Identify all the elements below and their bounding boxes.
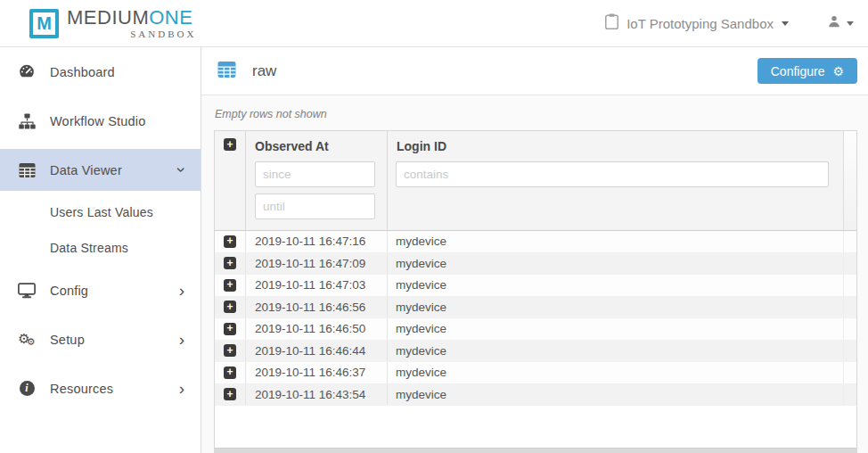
brand-logo: M MEDIUMONE SANDBOX <box>29 8 192 39</box>
content-area: Empty rows not shown + Observed At Login… <box>201 95 868 453</box>
scrollbar-spacer <box>843 318 856 340</box>
observed-at-cell: 2019-10-11 16:47:09 <box>246 253 388 275</box>
dashboard-gauge-icon <box>16 63 37 80</box>
table-row: + 2019-10-11 16:47:09 mydevice <box>215 253 856 276</box>
column-header-label: Login ID <box>397 139 843 153</box>
brand-logo-letter: M <box>37 14 52 33</box>
expand-row-button[interactable]: + <box>224 344 236 357</box>
table-icon <box>217 61 236 82</box>
expand-row-button[interactable]: + <box>224 235 236 248</box>
sidebar-item-data-streams[interactable]: Data Streams <box>0 230 201 266</box>
table-row: + 2019-10-11 16:46:37 mydevice <box>215 362 856 384</box>
brand-name-primary: MEDIUM <box>67 6 149 29</box>
sidebar-item-label: Config <box>50 284 88 298</box>
login-id-cell: mydevice <box>388 362 843 383</box>
observed-at-cell: 2019-10-11 16:47:03 <box>246 275 388 296</box>
login-id-cell: mydevice <box>388 341 843 362</box>
sidebar-item-users-last-values[interactable]: Users Last Values <box>0 194 201 230</box>
sidebar-item-label: Data Viewer <box>50 163 122 177</box>
sidebar-item-label: Dashboard <box>50 65 115 79</box>
empty-rows-note: Empty rows not shown <box>215 108 857 120</box>
project-selector[interactable]: IoT Prototyping Sandbox <box>605 13 789 33</box>
sidebar-item-label: Workflow Studio <box>50 114 146 128</box>
table-icon <box>16 162 37 178</box>
login-id-cell: mydevice <box>388 275 843 296</box>
expand-all-button[interactable]: + <box>224 138 236 151</box>
expand-row-button[interactable]: + <box>224 388 236 400</box>
horizontal-scrollbar[interactable] <box>215 448 856 452</box>
sidebar-item-data-viewer[interactable]: Data Viewer › <box>0 149 201 191</box>
user-icon <box>828 15 840 31</box>
table-row: + 2019-10-11 16:46:50 mydevice <box>215 318 856 341</box>
brand-text: MEDIUMONE SANDBOX <box>67 8 192 39</box>
expand-cell: + <box>215 275 246 296</box>
expand-all-cell: + <box>215 131 246 230</box>
table-row: + 2019-10-11 16:47:16 mydevice <box>215 231 856 253</box>
login-id-cell: mydevice <box>388 384 843 406</box>
workflow-sitemap-icon <box>16 113 37 129</box>
table-row: + 2019-10-11 16:43:54 mydevice <box>215 384 856 407</box>
sidebar-item-config[interactable]: Config › <box>0 266 201 315</box>
sidebar-item-label: Users Last Values <box>50 205 153 219</box>
chevron-right-icon: › <box>179 331 184 348</box>
monitor-icon <box>16 283 37 299</box>
chevron-down-icon <box>847 21 854 26</box>
brand-name-secondary: ONE <box>149 6 192 29</box>
project-selector-label: IoT Prototyping Sandbox <box>626 16 774 31</box>
expand-cell: + <box>215 362 246 383</box>
brand-logo-icon: M <box>29 9 59 38</box>
chevron-down-icon: › <box>173 167 190 172</box>
expand-cell: + <box>215 253 246 275</box>
gears-icon: ⚙⚙ <box>16 332 37 347</box>
observed-at-column-header: Observed At <box>246 131 388 230</box>
login-id-column-header: Login ID <box>388 131 843 230</box>
scrollbar-spacer <box>843 253 856 275</box>
sidebar-item-setup[interactable]: ⚙⚙ Setup › <box>0 315 201 364</box>
chevron-down-icon <box>782 21 789 26</box>
chevron-right-icon: › <box>179 282 184 299</box>
sidebar-item-label: Resources <box>50 382 113 396</box>
sidebar-item-label: Data Streams <box>50 241 128 255</box>
expand-cell: + <box>215 318 246 340</box>
login-id-cell: mydevice <box>388 318 843 340</box>
page-title: raw <box>252 62 276 80</box>
scrollbar-spacer <box>843 297 856 318</box>
table-header: + Observed At Login ID <box>215 131 856 231</box>
expand-row-button[interactable]: + <box>224 367 236 379</box>
info-circle-icon: i <box>16 381 37 396</box>
user-menu[interactable] <box>828 15 857 31</box>
until-filter-input[interactable] <box>255 194 375 219</box>
observed-at-cell: 2019-10-11 16:46:56 <box>246 297 388 318</box>
login-id-cell: mydevice <box>388 253 843 275</box>
brand-subtitle: SANDBOX <box>67 29 196 39</box>
since-filter-input[interactable] <box>255 161 375 187</box>
expand-row-button[interactable]: + <box>224 257 236 269</box>
configure-button-label: Configure <box>771 64 825 78</box>
vertical-scrollbar-track[interactable] <box>843 131 856 230</box>
data-table: + Observed At Login ID + 2019 <box>214 130 857 453</box>
login-id-cell: mydevice <box>388 297 843 318</box>
scrollbar-spacer <box>843 231 856 252</box>
sidebar-item-dashboard[interactable]: Dashboard <box>0 47 201 96</box>
sidebar: Dashboard Workflow Studio <box>0 47 201 453</box>
top-bar-right: IoT Prototyping Sandbox <box>605 13 857 33</box>
expand-cell: + <box>215 384 246 406</box>
sidebar-item-resources[interactable]: i Resources › <box>0 364 201 413</box>
expand-row-button[interactable]: + <box>224 279 236 292</box>
gear-icon: ⚙ <box>832 65 844 78</box>
app-window: M MEDIUMONE SANDBOX IoT Prototyping Sand… <box>0 0 868 453</box>
contains-filter-input[interactable] <box>396 161 829 187</box>
expand-row-button[interactable]: + <box>224 323 236 335</box>
scrollbar-spacer <box>843 341 856 362</box>
expand-row-button[interactable]: + <box>224 301 236 313</box>
table-row: + 2019-10-11 16:46:56 mydevice <box>215 297 856 319</box>
panel-header: raw Configure ⚙ <box>201 47 868 95</box>
brand-name: MEDIUMONE <box>67 8 192 28</box>
expand-cell: + <box>215 231 246 252</box>
sidebar-item-workflow-studio[interactable]: Workflow Studio <box>0 96 201 145</box>
expand-cell: + <box>215 297 246 318</box>
login-id-cell: mydevice <box>388 231 843 252</box>
expand-cell: + <box>215 341 246 362</box>
chevron-right-icon: › <box>179 380 184 397</box>
configure-button[interactable]: Configure ⚙ <box>757 58 857 84</box>
